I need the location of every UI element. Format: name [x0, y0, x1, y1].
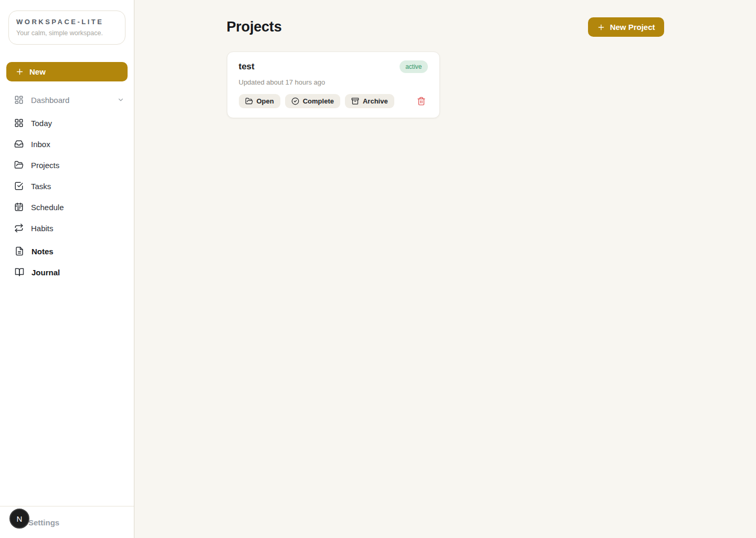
folder-open-icon: [14, 160, 24, 170]
complete-button-label: Complete: [303, 97, 334, 105]
open-button[interactable]: Open: [239, 94, 280, 108]
avatar-initial: N: [17, 514, 23, 523]
sidebar-item-label: Today: [31, 119, 52, 128]
folder-open-icon: [245, 97, 253, 105]
sidebar-nav: Dashboard Today Inbox Projects: [0, 89, 134, 283]
sidebar-item-label: Dashboard: [31, 96, 69, 105]
project-actions: Open Complete Archive: [239, 94, 428, 108]
page-header: Projects New Project: [227, 17, 664, 37]
layout-dashboard-icon: [14, 95, 24, 105]
new-project-button[interactable]: New Project: [588, 17, 664, 37]
circle-check-icon: [291, 97, 299, 105]
main-content: Projects New Project test active Updated…: [134, 0, 756, 538]
settings-button[interactable]: Settings: [0, 506, 59, 538]
trash-icon: [417, 97, 426, 106]
book-open-icon: [15, 267, 24, 277]
archive-button[interactable]: Archive: [345, 94, 394, 108]
sidebar-item-label: Inbox: [31, 140, 50, 149]
sidebar-item-inbox[interactable]: Inbox: [0, 133, 134, 154]
sidebar-item-label: Journal: [32, 268, 60, 277]
new-button[interactable]: New: [6, 62, 128, 81]
new-button-label: New: [29, 67, 46, 76]
status-badge: active: [400, 60, 427, 73]
sidebar-item-habits[interactable]: Habits: [0, 218, 134, 239]
workspace-name: WORKSPACE-LITE: [16, 18, 118, 26]
chevron-down-icon: [117, 96, 124, 104]
sidebar-item-label: Habits: [31, 224, 54, 233]
open-button-label: Open: [257, 97, 274, 105]
sidebar-item-dashboard[interactable]: Dashboard: [0, 89, 134, 110]
sidebar-item-schedule[interactable]: Schedule: [0, 196, 134, 218]
archive-button-label: Archive: [363, 97, 388, 105]
plus-icon: [597, 23, 605, 32]
sidebar-item-label: Schedule: [31, 203, 64, 212]
sidebar: WORKSPACE-LITE Your calm, simple workspa…: [0, 0, 134, 538]
sidebar-footer: Settings N: [0, 506, 134, 538]
sidebar-item-label: Tasks: [31, 182, 51, 191]
complete-button[interactable]: Complete: [285, 94, 340, 108]
page-title: Projects: [227, 19, 282, 35]
check-square-icon: [14, 181, 24, 191]
settings-label: Settings: [28, 518, 59, 527]
inbox-icon: [14, 139, 24, 149]
project-name: test: [239, 60, 255, 72]
file-text-icon: [15, 246, 24, 256]
sidebar-item-label: Projects: [31, 161, 59, 170]
project-updated-text: Updated about 17 hours ago: [239, 78, 428, 86]
workspace-card: WORKSPACE-LITE Your calm, simple workspa…: [8, 11, 125, 45]
avatar[interactable]: N: [9, 509, 29, 529]
plus-icon: [15, 67, 24, 76]
delete-button[interactable]: [415, 95, 428, 108]
sidebar-item-today[interactable]: Today: [0, 112, 134, 133]
new-project-label: New Project: [610, 23, 655, 32]
project-card: test active Updated about 17 hours ago O…: [227, 51, 440, 118]
calendar-icon: [14, 202, 24, 212]
layout-grid-icon: [14, 118, 24, 128]
sidebar-item-journal[interactable]: Journal: [0, 262, 134, 283]
repeat-icon: [14, 223, 24, 233]
sidebar-item-notes[interactable]: Notes: [0, 241, 134, 262]
archive-icon: [351, 97, 359, 105]
workspace-tagline: Your calm, simple workspace.: [16, 29, 118, 37]
sidebar-item-projects[interactable]: Projects: [0, 154, 134, 175]
sidebar-item-tasks[interactable]: Tasks: [0, 175, 134, 196]
sidebar-item-label: Notes: [32, 247, 54, 256]
